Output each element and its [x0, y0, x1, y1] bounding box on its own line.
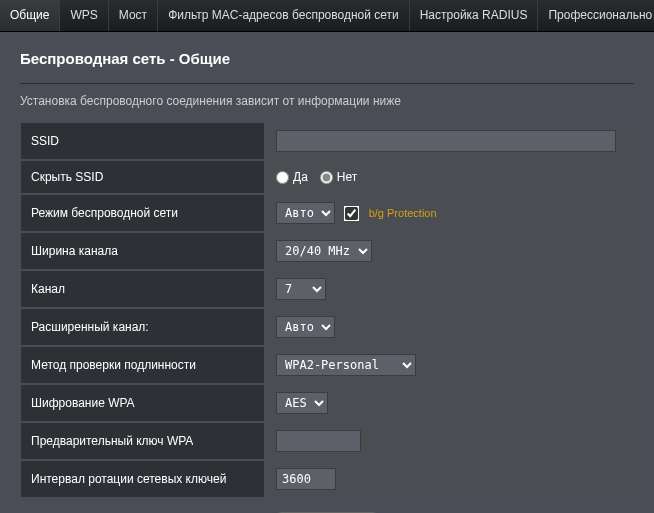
label-wpa-psk: Предварительный ключ WPA: [20, 422, 265, 460]
ext-channel-select[interactable]: Авто: [276, 316, 335, 338]
hide-ssid-no-radio[interactable]: [320, 171, 333, 184]
tab-professional[interactable]: Профессионально: [538, 0, 654, 31]
channel-select[interactable]: 7: [276, 278, 326, 300]
page-title: Беспроводная сеть - Общие: [20, 50, 634, 79]
wireless-mode-select[interactable]: Авто: [276, 202, 335, 224]
label-wireless-mode: Режим беспроводной сети: [20, 194, 265, 232]
wpa-enc-select[interactable]: AES: [276, 392, 328, 414]
label-auth-method: Метод проверки подлинности: [20, 346, 265, 384]
wpa-psk-input[interactable]: [276, 430, 361, 452]
rotation-interval-input[interactable]: [276, 468, 336, 490]
tab-general[interactable]: Общие: [0, 0, 60, 31]
tab-bridge[interactable]: Мост: [109, 0, 158, 31]
label-ext-channel: Расширенный канал:: [20, 308, 265, 346]
tab-radius[interactable]: Настройка RADIUS: [410, 0, 539, 31]
hide-ssid-yes-label: Да: [293, 170, 308, 184]
label-channel-width: Ширина канала: [20, 232, 265, 270]
label-rotation-interval: Интервал ротации сетевых ключей: [20, 460, 265, 498]
bg-protection-checkbox[interactable]: [345, 207, 358, 220]
bg-protection-label: b/g Protection: [369, 207, 437, 219]
page-description: Установка беспроводного соединения завис…: [20, 94, 634, 108]
label-channel: Канал: [20, 270, 265, 308]
tab-wps[interactable]: WPS: [60, 0, 108, 31]
settings-table: SSID Скрыть SSID Да Нет Режим беспроводн…: [20, 122, 634, 498]
label-hide-ssid: Скрыть SSID: [20, 160, 265, 194]
channel-width-select[interactable]: 20/40 MHz: [276, 240, 372, 262]
auth-method-select[interactable]: WPA2-Personal: [276, 354, 416, 376]
label-wpa-enc: Шифрование WPA: [20, 384, 265, 422]
tab-mac-filter[interactable]: Фильтр MAC-адресов беспроводной сети: [158, 0, 410, 31]
divider: [20, 83, 634, 84]
tab-bar: Общие WPS Мост Фильтр MAC-адресов беспро…: [0, 0, 654, 32]
label-ssid: SSID: [20, 122, 265, 160]
ssid-input[interactable]: [276, 130, 616, 152]
hide-ssid-no-label: Нет: [337, 170, 357, 184]
hide-ssid-yes-radio[interactable]: [276, 171, 289, 184]
